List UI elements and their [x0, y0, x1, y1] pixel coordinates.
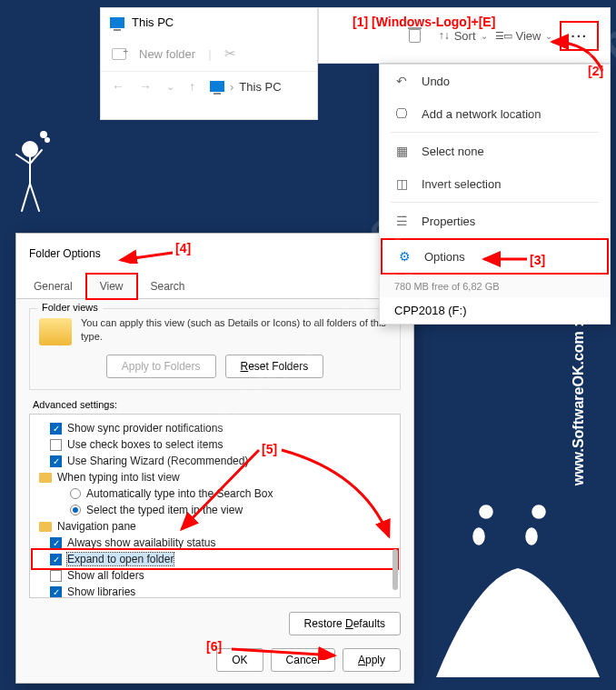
menu-add-network[interactable]: 🖵 Add a network location — [380, 97, 610, 130]
step-2: [2] — [588, 64, 603, 78]
window-title-row: This PC — [101, 8, 317, 36]
step-6: [6] — [206, 639, 222, 654]
menu-invert-selection[interactable]: ◫ Invert selection — [380, 167, 610, 200]
apply-to-folders-button[interactable]: Apply to Folders — [106, 355, 216, 378]
checkbox-icon[interactable] — [50, 537, 62, 549]
svg-point-5 — [531, 504, 547, 520]
folder-icon — [39, 318, 72, 345]
dialog-title: Folder Options — [29, 247, 101, 260]
checkbox-icon[interactable] — [50, 554, 62, 565]
pc-icon — [210, 81, 224, 92]
network-icon: 🖵 — [394, 106, 409, 121]
explorer-this-pc: This PC New folder | ✂ ← → ⌄ ↑ › This PC — [100, 7, 318, 120]
drive-free-space: 780 MB free of 6,82 GB — [380, 275, 610, 297]
folder-icon — [39, 522, 52, 532]
checkbox-icon[interactable] — [50, 586, 62, 598]
menu-label: Invert selection — [422, 177, 501, 191]
sort-icon: ↑↓ — [439, 29, 450, 42]
arrow-5a — [168, 445, 268, 536]
step-4: [4] — [175, 241, 191, 255]
group-legend: Folder views — [37, 302, 103, 313]
chevron-down-icon: ⌄ — [481, 31, 488, 41]
stick-figures-mountain — [432, 495, 604, 682]
new-folder-button[interactable]: New folder — [139, 47, 195, 61]
undo-icon: ↶ — [394, 74, 409, 88]
watermark-url: www.SoftwareOK.com :-) — [571, 313, 588, 486]
forward-icon[interactable]: → — [139, 79, 152, 94]
svg-point-4 — [472, 526, 486, 546]
radio-icon[interactable] — [70, 505, 81, 515]
reset-folders-button[interactable]: Reset Folders — [225, 355, 324, 378]
svg-point-0 — [23, 142, 37, 156]
tab-bar: General View Search — [16, 273, 413, 299]
breadcrumb-text: This PC — [239, 80, 281, 94]
sort-label: Sort — [454, 29, 476, 43]
menu-label: Properties — [422, 215, 475, 228]
window-title: This PC — [132, 15, 174, 29]
step-1: [1] [Windows-Logo]+[E] — [353, 15, 495, 29]
menu-separator — [391, 132, 599, 133]
back-icon[interactable]: ← — [112, 79, 124, 94]
apply-button[interactable]: Apply — [343, 648, 401, 672]
invert-icon: ◫ — [394, 176, 409, 191]
folder-icon — [39, 473, 52, 483]
up-icon[interactable]: ↑ — [189, 79, 195, 94]
history-chevron-icon[interactable]: ⌄ — [166, 81, 174, 93]
restore-defaults-button[interactable]: Restore Defaults — [289, 612, 401, 635]
toolbar: New folder | ✂ — [101, 36, 317, 72]
checkbox-icon[interactable] — [50, 423, 62, 435]
arrow-3 — [477, 251, 532, 267]
arrow-5b — [273, 445, 400, 545]
menu-separator — [391, 202, 599, 203]
step-5: [5] — [262, 442, 277, 456]
menu-label: Select none — [422, 145, 484, 158]
svg-point-6 — [524, 526, 539, 546]
breadcrumb[interactable]: › This PC — [210, 80, 282, 94]
opt-show-libraries[interactable]: Show libraries — [34, 584, 396, 598]
options-icon: ⚙ — [397, 249, 412, 264]
folder-views-text: You can apply this view (such as Details… — [81, 316, 391, 345]
tab-search[interactable]: Search — [137, 274, 199, 299]
radio-icon[interactable] — [70, 488, 81, 499]
menu-label: Add a network location — [422, 107, 541, 121]
arrow-4 — [114, 245, 177, 264]
pc-icon — [110, 17, 124, 28]
sort-button[interactable]: ↑↓ Sort ⌄ — [439, 29, 488, 43]
tab-view[interactable]: View — [86, 274, 137, 299]
new-folder-icon — [112, 48, 126, 60]
arrow-6 — [227, 638, 345, 660]
menu-properties[interactable]: ☰ Properties — [380, 205, 610, 237]
view-icon: ☰▭ — [495, 30, 512, 42]
step-3: [3] — [530, 253, 545, 267]
checkbox-icon[interactable] — [50, 439, 62, 451]
checkbox-icon[interactable] — [50, 570, 62, 582]
checkbox-icon[interactable] — [50, 455, 62, 467]
view-label: View — [516, 29, 541, 43]
menu-label: Undo — [422, 75, 450, 88]
cut-icon[interactable]: ✂ — [224, 45, 236, 62]
folder-views-group: Folder views You can apply this view (su… — [29, 308, 401, 390]
opt-show-all-folders[interactable]: Show all folders — [34, 567, 396, 584]
tab-general[interactable]: General — [20, 274, 86, 299]
context-menu: ↶ Undo 🖵 Add a network location ▦ Select… — [379, 64, 611, 325]
properties-icon: ☰ — [394, 214, 409, 228]
advanced-label: Advanced settings: — [33, 399, 401, 410]
opt-sync[interactable]: Show sync provider notifications — [34, 420, 396, 436]
dialog-titlebar: Folder Options ✕ — [16, 234, 413, 273]
svg-point-3 — [478, 504, 494, 520]
stick-figure-1 — [7, 127, 53, 227]
menu-label: Options — [424, 250, 465, 264]
svg-point-2 — [45, 138, 49, 142]
menu-select-none[interactable]: ▦ Select none — [380, 135, 610, 167]
nav-row: ← → ⌄ ↑ › This PC — [101, 72, 317, 101]
select-none-icon: ▦ — [394, 144, 409, 158]
svg-point-1 — [41, 132, 46, 137]
scrollbar[interactable] — [392, 549, 398, 590]
opt-expand-to-open[interactable]: Expand to open folder — [34, 551, 396, 567]
delete-icon[interactable] — [409, 29, 421, 43]
